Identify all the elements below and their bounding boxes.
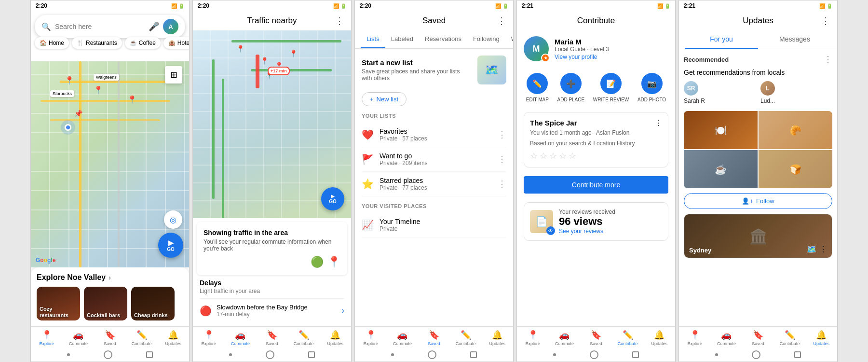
tab-restaurants[interactable]: 🍴 Restaurants	[72, 37, 122, 49]
view-profile-link[interactable]: View your profile	[555, 54, 609, 60]
explore-item-cheap[interactable]: Cheap drinks	[131, 287, 175, 320]
commute-nav-icon: 🚗	[73, 330, 83, 340]
saved-more-btn[interactable]: ⋮	[497, 15, 506, 27]
back-btn-4[interactable]	[553, 353, 556, 356]
stars-rating[interactable]: ☆ ☆ ☆ ☆ ☆	[530, 151, 662, 161]
nav-contribute-5[interactable]: ✏️ Contribute	[774, 330, 806, 346]
tab-w[interactable]: W...	[505, 30, 514, 48]
go-button[interactable]: ▶ GO	[158, 233, 183, 258]
nav-explore[interactable]: 📍 Explore	[31, 330, 63, 346]
favorites-more-btn[interactable]: ⋮	[498, 129, 506, 140]
tab-messages[interactable]: Messages	[758, 30, 831, 49]
tab-following[interactable]: Following	[467, 30, 505, 48]
sydney-more-btn[interactable]: ⋮	[819, 245, 827, 254]
traffic-map[interactable]: 📍 📍 📍 📍 📍 +17 min ▶ GO	[193, 30, 351, 218]
home-btn-3[interactable]	[428, 350, 436, 359]
nav-explore-5[interactable]: 📍 Explore	[679, 330, 711, 346]
traffic-more-btn[interactable]: ⋮	[335, 15, 344, 27]
tab-hotels[interactable]: 🏨 Hotels	[163, 37, 190, 49]
list-item-want-to-go[interactable]: 🚩 Want to go Private · 209 items ⋮	[362, 147, 506, 172]
list-item-timeline[interactable]: 📈 Your Timeline Private	[362, 213, 506, 237]
tab-coffee[interactable]: ☕ Coffee	[125, 37, 161, 49]
starred-more-btn[interactable]: ⋮	[498, 179, 506, 189]
sydney-map-icon[interactable]: 🗺️	[807, 245, 816, 254]
nav-explore-3[interactable]: 📍 Explore	[355, 330, 387, 346]
action-add-photo[interactable]: 📷 ADD PHOTO	[637, 73, 666, 102]
list-item-starred[interactable]: ⭐ Starred places Private · 77 places ⋮	[362, 172, 506, 196]
home-btn-1[interactable]	[104, 350, 112, 359]
status-time-5: 2:21	[684, 2, 695, 9]
new-list-button[interactable]: + New list	[362, 92, 407, 106]
nav-commute-3[interactable]: 🚗 Commute	[387, 330, 419, 346]
explore-item-cozy[interactable]: Cozy restaurants	[37, 287, 80, 320]
nav-commute-5[interactable]: 🚗 Commute	[711, 330, 743, 346]
sydney-card[interactable]: 🏛️ Sydney 🗺️ ⋮	[684, 214, 832, 258]
nav-updates-4[interactable]: 🔔 Updates	[643, 330, 675, 346]
nav-updates-5[interactable]: 🔔 Updates	[805, 330, 837, 346]
nav-updates[interactable]: 🔔 Updates	[157, 330, 189, 346]
nav-contribute[interactable]: ✏️ Contribute	[126, 330, 158, 346]
recents-btn-2[interactable]	[308, 351, 315, 358]
bottom-nav-3: 📍 Explore 🚗 Commute 🔖 Saved ✏️ Contribut…	[355, 326, 513, 348]
search-input[interactable]	[55, 23, 145, 30]
nav-updates-2[interactable]: 🔔 Updates	[319, 330, 351, 346]
recents-btn-4[interactable]	[632, 351, 639, 358]
mic-icon[interactable]: 🎤	[149, 21, 159, 32]
want-to-go-more-btn[interactable]: ⋮	[498, 154, 506, 165]
delay-badge: +17 min	[268, 67, 290, 75]
list-item-favorites[interactable]: ❤️ Favorites Private · 57 places ⋮	[362, 123, 506, 147]
explore-item-cocktail[interactable]: Cocktail bars	[84, 287, 127, 320]
tab-reservations[interactable]: Reservations	[419, 30, 467, 48]
nav-updates-3[interactable]: 🔔 Updates	[481, 330, 513, 346]
back-btn-2[interactable]	[229, 353, 232, 356]
tab-home[interactable]: 🏠 Home	[35, 37, 69, 49]
user-avatar[interactable]: A	[163, 19, 178, 34]
recents-btn-1[interactable]	[146, 351, 153, 358]
delay-item-1[interactable]: 🔴 Slowdown before the Bay Bridge 17-min …	[200, 298, 344, 322]
back-btn-3[interactable]	[391, 353, 394, 356]
layers-button[interactable]: ⊞	[165, 66, 182, 84]
tab-lists[interactable]: Lists	[361, 30, 385, 48]
recents-btn-3[interactable]	[470, 351, 477, 358]
map-view[interactable]: 📍 📍 📍 📌 Walgreens Starbucks ⊞ ◎ ▶ GO Goo…	[31, 61, 189, 267]
see-reviews-link[interactable]: See your reviews	[559, 228, 615, 235]
recents-btn-5[interactable]	[794, 351, 801, 358]
nav-commute[interactable]: 🚗 Commute	[63, 330, 95, 346]
search-bar[interactable]: 🔍 🎤 A	[35, 15, 185, 38]
nav-saved-3[interactable]: 🔖 Saved	[418, 330, 450, 346]
tab-labeled[interactable]: Labeled	[385, 30, 419, 48]
place-more-btn[interactable]: ⋮	[654, 118, 662, 127]
locate-button[interactable]: ◎	[164, 210, 182, 229]
updates-more-btn[interactable]: ⋮	[821, 15, 830, 27]
nav-saved-2[interactable]: 🔖 Saved	[256, 330, 288, 346]
traffic-go-btn[interactable]: ▶ GO	[321, 187, 344, 210]
back-btn-1[interactable]	[67, 353, 70, 356]
nav-contribute-4[interactable]: ✏️ Contribute	[612, 330, 644, 346]
tab-for-you[interactable]: For you	[685, 30, 758, 49]
action-edit-map[interactable]: ✏️ EDIT MAP	[526, 73, 549, 102]
delay-icon: 🔴	[200, 305, 212, 317]
home-btn-4[interactable]	[590, 350, 598, 359]
map-label-starbucks: Starbucks	[50, 90, 74, 97]
nav-contribute-2[interactable]: ✏️ Contribute	[288, 330, 320, 346]
home-btn-2[interactable]	[266, 350, 274, 359]
recommended-more-btn[interactable]: ⋮	[824, 54, 832, 65]
nav-saved[interactable]: 🔖 Saved	[94, 330, 126, 346]
follow-button[interactable]: 👤+ Follow	[684, 193, 832, 209]
contribute-more-button[interactable]: Contribute more	[524, 176, 668, 194]
nav-saved-5[interactable]: 🔖 Saved	[742, 330, 774, 346]
nav-contribute-3[interactable]: ✏️ Contribute	[450, 330, 482, 346]
traffic-road-green-3	[251, 69, 332, 71]
back-btn-5[interactable]	[715, 353, 718, 356]
nav-explore-4[interactable]: 📍 Explore	[517, 330, 549, 346]
action-add-place[interactable]: ➕ ADD PLACE	[557, 73, 584, 102]
traffic-road-red	[256, 55, 259, 88]
bottom-nav-2: 📍 Explore 🚗 Commute 🔖 Saved ✏️ Contribut…	[193, 326, 351, 348]
bottom-nav-4: 📍 Explore 🚗 Commute 🔖 Saved ✏️ Contribut…	[517, 326, 675, 348]
nav-commute-4[interactable]: 🚗 Commute	[549, 330, 581, 346]
nav-explore-2[interactable]: 📍 Explore	[193, 330, 225, 346]
home-btn-5[interactable]	[752, 350, 760, 359]
nav-saved-4[interactable]: 🔖 Saved	[580, 330, 612, 346]
nav-commute-2[interactable]: 🚗 Commute	[225, 330, 257, 346]
action-write-review[interactable]: 📝 WRITE REVIEW	[593, 73, 629, 102]
